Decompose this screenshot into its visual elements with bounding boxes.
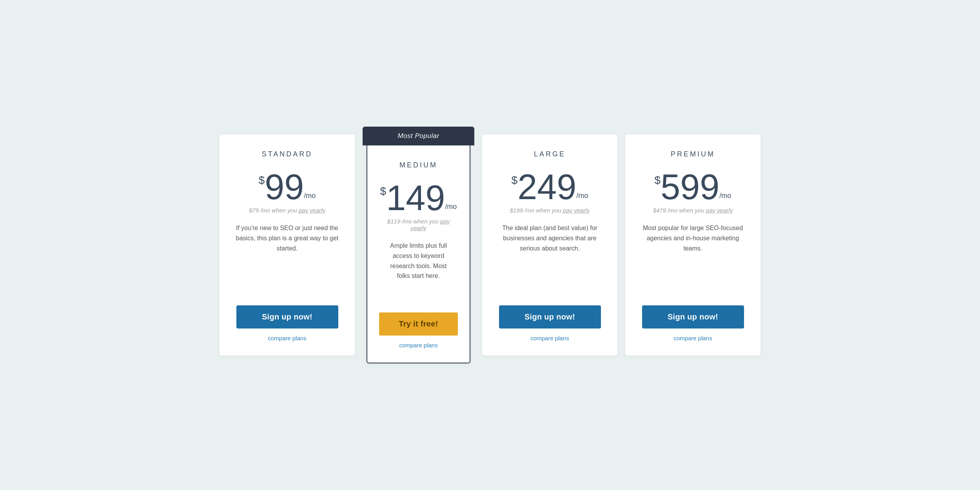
plan-card-medium: MEDIUM$149/mo$119 /mo when you pay yearl… bbox=[367, 145, 470, 363]
price-currency: $ bbox=[512, 174, 518, 187]
price-currency: $ bbox=[380, 185, 387, 198]
price-amount: 599 bbox=[661, 169, 719, 205]
price-period: /mo bbox=[576, 192, 588, 200]
yearly-price: $199 /mo when you pay yearly bbox=[510, 207, 590, 214]
plan-card-large: LARGE$249/mo$199 /mo when you pay yearly… bbox=[482, 134, 617, 355]
plan-wrapper-medium: Most PopularMEDIUM$149/mo$119 /mo when y… bbox=[363, 127, 474, 363]
plan-name: LARGE bbox=[534, 150, 566, 158]
price-block: $249/mo bbox=[512, 169, 588, 205]
plan-card-premium: PREMIUM$599/mo$479 /mo when you pay year… bbox=[625, 134, 760, 355]
price-period: /mo bbox=[445, 203, 457, 211]
plan-name: MEDIUM bbox=[399, 161, 437, 169]
price-currency: $ bbox=[655, 174, 661, 187]
price-period: /mo bbox=[719, 192, 731, 200]
compare-link-premium[interactable]: compare plans bbox=[673, 335, 712, 341]
plan-description: Most popular for large SEO-focused agenc… bbox=[637, 223, 749, 253]
cta-button-large[interactable]: Sign up now! bbox=[499, 305, 601, 328]
price-currency: $ bbox=[259, 174, 265, 187]
price-amount: 249 bbox=[517, 169, 576, 205]
compare-link-large[interactable]: compare plans bbox=[530, 335, 569, 341]
pay-yearly-link[interactable]: pay yearly bbox=[563, 207, 590, 214]
compare-link-medium[interactable]: compare plans bbox=[399, 342, 437, 348]
plan-description: If you're new to SEO or just need the ba… bbox=[231, 223, 343, 253]
plan-name: PREMIUM bbox=[671, 150, 715, 158]
price-block: $99/mo bbox=[259, 169, 316, 205]
price-period: /mo bbox=[304, 192, 316, 200]
compare-link-standard[interactable]: compare plans bbox=[268, 335, 306, 341]
price-amount: 99 bbox=[265, 169, 304, 205]
pay-yearly-link[interactable]: pay yearly bbox=[410, 218, 450, 231]
cta-button-premium[interactable]: Sign up now! bbox=[642, 305, 744, 328]
cta-button-medium[interactable]: Try it free! bbox=[379, 312, 458, 336]
popular-banner: Most Popular bbox=[363, 127, 474, 145]
yearly-price: $79 /mo when you pay yearly bbox=[249, 207, 325, 214]
plan-name: STANDARD bbox=[262, 150, 313, 158]
pricing-container: STANDARD$99/mo$79 /mo when you pay yearl… bbox=[216, 127, 764, 363]
pay-yearly-link[interactable]: pay yearly bbox=[706, 207, 733, 214]
cta-button-standard[interactable]: Sign up now! bbox=[236, 305, 338, 328]
price-block: $149/mo bbox=[380, 180, 457, 216]
price-amount: 149 bbox=[386, 180, 445, 216]
yearly-price: $119 /mo when you pay yearly bbox=[379, 218, 458, 231]
yearly-price: $479 /mo when you pay yearly bbox=[653, 207, 733, 214]
price-block: $599/mo bbox=[655, 169, 731, 205]
plan-card-standard: STANDARD$99/mo$79 /mo when you pay yearl… bbox=[220, 134, 355, 355]
plan-description: The ideal plan (and best value) for busi… bbox=[494, 223, 606, 253]
plan-description: Ample limits plus full access to keyword… bbox=[379, 241, 458, 281]
pay-yearly-link[interactable]: pay yearly bbox=[299, 207, 325, 214]
